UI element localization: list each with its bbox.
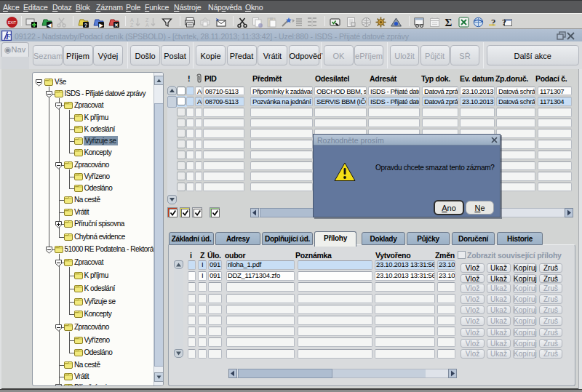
svg-text:EXIT: EXIT [8, 20, 16, 25]
svg-text:Z: Z [130, 23, 134, 28]
svg-text:A: A [130, 17, 134, 23]
svg-text:Σ: Σ [445, 17, 453, 28]
svg-text:A: A [146, 23, 149, 28]
svg-text:✕: ✕ [114, 23, 119, 28]
svg-text:◀: ◀ [47, 23, 52, 28]
svg-text:Z: Z [146, 17, 149, 23]
svg-text:▶: ▶ [98, 23, 103, 28]
svg-text:?: ? [502, 17, 506, 28]
svg-text:?: ? [84, 23, 87, 28]
